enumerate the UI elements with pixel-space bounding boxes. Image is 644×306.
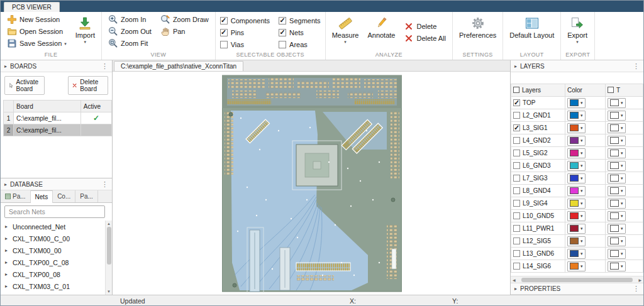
layer-extra-dropdown[interactable]: ▾	[608, 136, 626, 146]
pan-button[interactable]: Pan	[158, 26, 211, 37]
checkbox-icon[interactable]	[279, 29, 286, 36]
layer-row[interactable]: L14_SIG6▾▾	[511, 260, 643, 273]
layer-color-dropdown[interactable]: ▾	[567, 161, 586, 171]
expand-arrow-icon[interactable]: ▸	[5, 283, 10, 289]
board-row[interactable]: 2C:\example_fil...	[4, 124, 112, 136]
layer-visibility-checkbox[interactable]	[513, 137, 520, 144]
pcb-canvas[interactable]	[113, 72, 510, 295]
layer-extra-dropdown[interactable]: ▾	[608, 173, 626, 183]
layer-row[interactable]: L10_GND5▾▾	[511, 210, 643, 222]
layer-color-dropdown[interactable]: ▾	[567, 98, 586, 108]
expand-arrow-icon[interactable]: ▸	[5, 236, 10, 241]
layer-visibility-checkbox[interactable]	[513, 238, 520, 244]
layer-extra-dropdown[interactable]: ▾	[608, 98, 626, 108]
expand-arrow-icon[interactable]: ▸	[5, 271, 10, 277]
activate-board-button[interactable]: Activate Board	[4, 76, 45, 95]
layers-col-name[interactable]: Layers	[511, 84, 565, 97]
net-tree-item[interactable]: ▸CXL_TXM00_C_00	[1, 232, 105, 244]
net-tree-item[interactable]: ▸CXL_TXP00_C_08	[1, 256, 105, 268]
layer-extra-dropdown[interactable]: ▾	[608, 236, 626, 246]
net-tree-item[interactable]: ▸Unconnected_Net	[1, 221, 105, 232]
expand-arrow-icon[interactable]: ▸	[5, 248, 10, 253]
open-session-button[interactable]: Open Session	[5, 26, 69, 37]
collapse-arrow-icon[interactable]: ▸	[4, 63, 7, 69]
delete-board-button[interactable]: Delete Board	[68, 76, 108, 95]
annotate-button[interactable]: Annotate	[365, 14, 397, 51]
layers-col-color[interactable]: Color	[565, 84, 606, 97]
layer-extra-dropdown[interactable]: ▾	[608, 123, 626, 133]
measure-button[interactable]: Measure ▾	[330, 14, 361, 51]
scroll-down-icon[interactable]: ▼	[107, 288, 111, 295]
checkbox-icon[interactable]	[279, 41, 286, 48]
layer-row[interactable]: L6_GND3▾▾	[511, 160, 643, 172]
chevron-down-icon[interactable]: ▾	[576, 40, 579, 44]
layer-row[interactable]: L7_SIG3▾▾	[511, 172, 643, 185]
layer-visibility-checkbox[interactable]	[513, 212, 520, 219]
database-tab-0[interactable]: Pa...	[1, 190, 31, 202]
scroll-right-icon[interactable]: ▶	[636, 278, 643, 282]
document-tab[interactable]: C:\example_file_paths\native_XconnTitan	[114, 61, 243, 71]
expand-arrow-icon[interactable]: ▸	[5, 224, 10, 229]
selectable-nets-checkbox[interactable]: Nets	[279, 27, 321, 38]
default-layout-button[interactable]: Default Layout	[508, 14, 556, 51]
layer-visibility-checkbox[interactable]	[513, 162, 520, 169]
scrollbar-thumb[interactable]	[521, 278, 633, 282]
scrollbar-thumb[interactable]	[107, 227, 111, 265]
menu-dots-icon[interactable]: ⋮	[633, 285, 640, 293]
menu-dots-icon[interactable]: ⋮	[633, 62, 640, 70]
layer-color-dropdown[interactable]: ▾	[567, 123, 586, 133]
layer-color-dropdown[interactable]: ▾	[567, 111, 586, 121]
scroll-up-icon[interactable]: ▲	[107, 221, 111, 227]
zoom-out-button[interactable]: Zoom Out	[106, 26, 153, 37]
layers-hscrollbar[interactable]: ◀ ▶	[511, 276, 643, 283]
layer-extra-dropdown[interactable]: ▾	[608, 211, 626, 221]
layer-color-dropdown[interactable]: ▾	[567, 136, 586, 146]
chevron-down-icon[interactable]: ▾	[64, 41, 67, 46]
delete-button[interactable]: Delete	[402, 21, 447, 32]
expand-arrow-icon[interactable]: ▸	[5, 260, 10, 265]
layer-extra-dropdown[interactable]: ▾	[608, 249, 626, 259]
layer-visibility-checkbox[interactable]	[513, 250, 520, 257]
layer-color-dropdown[interactable]: ▾	[567, 173, 586, 183]
layer-color-dropdown[interactable]: ▾	[567, 199, 586, 209]
delete-all-button[interactable]: Delete All	[402, 33, 447, 44]
checkbox-icon[interactable]	[220, 29, 228, 36]
layer-row[interactable]: L11_PWR1▾▾	[511, 222, 643, 235]
export-button[interactable]: Export ▾	[565, 14, 589, 51]
database-panel-header[interactable]: ▸ DATABASE ⋮	[1, 178, 112, 190]
selectable-segments-checkbox[interactable]: Segments	[279, 15, 321, 26]
pcb-board-image[interactable]	[222, 74, 402, 294]
layer-visibility-checkbox[interactable]	[513, 225, 520, 232]
scroll-left-icon[interactable]: ◀	[511, 278, 518, 282]
collapse-arrow-icon[interactable]: ▸	[514, 286, 517, 292]
collapse-arrow-icon[interactable]: ▸	[514, 63, 517, 69]
layer-extra-dropdown[interactable]: ▾	[608, 261, 626, 271]
preferences-button[interactable]: Preferences	[457, 14, 498, 51]
layer-color-dropdown[interactable]: ▾	[567, 236, 586, 246]
boards-col-active[interactable]: Active	[80, 101, 111, 112]
select-all-checkbox[interactable]	[513, 87, 519, 93]
menu-dots-icon[interactable]: ⋮	[101, 180, 108, 189]
layer-row[interactable]: L8_GND4▾▾	[511, 185, 643, 197]
layer-row[interactable]: TOP▾▾	[511, 97, 643, 109]
layers-col-third[interactable]: T	[606, 84, 643, 97]
layer-row[interactable]: L12_SIG5▾▾	[511, 235, 643, 248]
layer-row[interactable]: L3_SIG1▾▾	[511, 122, 643, 134]
database-scrollbar[interactable]: ▲ ▼	[105, 221, 112, 295]
layer-row[interactable]: L13_GND6▾▾	[511, 248, 643, 260]
chevron-down-icon[interactable]: ▾	[84, 40, 87, 44]
selectable-areas-checkbox[interactable]: Areas	[279, 39, 321, 50]
properties-panel-header[interactable]: ▸ PROPERTIES ⋮	[511, 283, 643, 295]
layer-visibility-checkbox[interactable]	[513, 124, 520, 131]
chevron-down-icon[interactable]: ▾	[344, 40, 347, 44]
layer-color-dropdown[interactable]: ▾	[567, 186, 586, 196]
import-button[interactable]: Import ▾	[74, 14, 97, 51]
net-tree-item[interactable]: ▸CXL_TXP00_08	[1, 268, 105, 280]
layer-visibility-checkbox[interactable]	[513, 99, 520, 106]
database-tab-3[interactable]: Pa...	[75, 190, 98, 202]
layer-extra-dropdown[interactable]: ▾	[608, 161, 626, 171]
layer-row[interactable]: L9_SIG4▾▾	[511, 197, 643, 210]
net-tree-item[interactable]: ▸CXL_TXM00_00	[1, 244, 105, 256]
collapse-arrow-icon[interactable]: ▸	[4, 182, 7, 187]
zoom-fit-button[interactable]: Zoom Fit	[106, 38, 153, 49]
